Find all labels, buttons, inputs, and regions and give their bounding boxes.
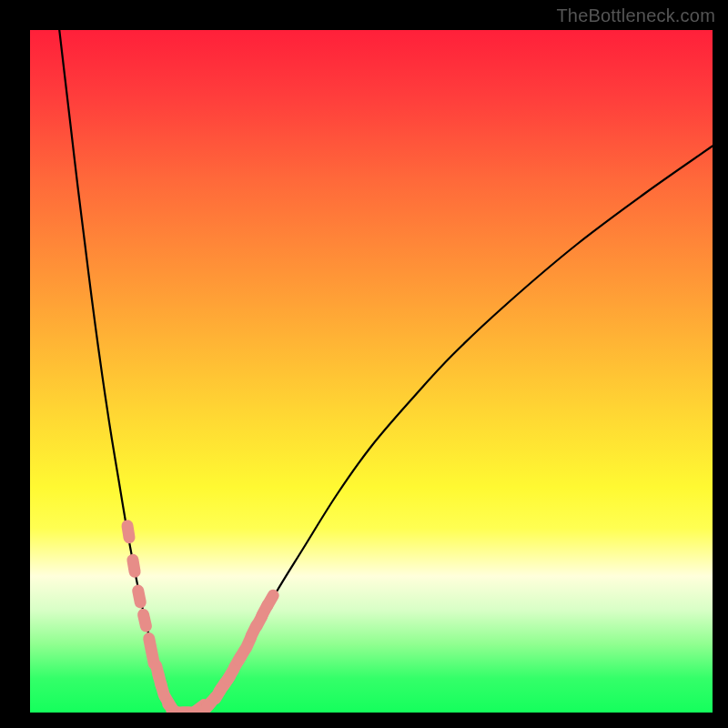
- chart-svg: [30, 30, 713, 713]
- marker-group: [127, 526, 273, 713]
- watermark-text: TheBottleneck.com: [556, 5, 715, 26]
- chart-marker: [133, 560, 135, 571]
- chart-marker: [127, 526, 129, 538]
- chart-marker: [268, 595, 273, 605]
- bottleneck-curve: [59, 30, 713, 713]
- chart-marker: [144, 614, 147, 626]
- plot-area: [30, 30, 713, 713]
- chart-stage: TheBottleneck.com: [0, 0, 728, 728]
- chart-marker: [138, 591, 141, 602]
